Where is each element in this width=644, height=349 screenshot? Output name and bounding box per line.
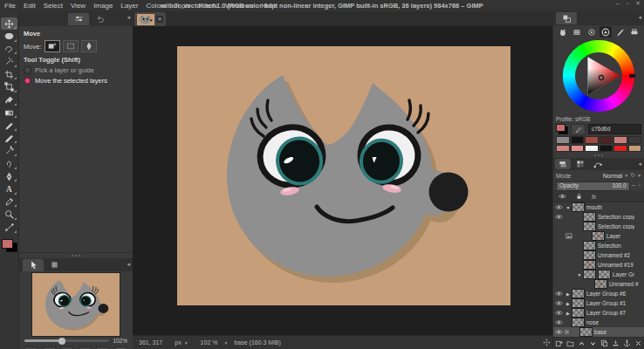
color-dock-menu-button[interactable]: ◂ [638,14,641,21]
tool-smudge[interactable] [1,158,17,170]
zoom-slider-knob[interactable] [58,338,65,345]
history-swatch[interactable] [571,145,585,153]
selector-wheel-icon[interactable] [599,26,612,38]
mode-value[interactable]: Normal [603,173,623,179]
history-swatch[interactable] [585,136,599,144]
dock-tab-tool-options[interactable] [68,13,89,25]
unit-dropdown[interactable]: px▼ [168,339,194,346]
new-layer-button[interactable] [553,338,565,349]
zoom-dropdown[interactable]: 102 % [195,339,224,346]
layer-row[interactable]: ▼mouth [553,202,644,212]
canvas-viewport[interactable] [133,26,552,335]
tool-zoom[interactable] [1,209,17,221]
layer-row[interactable]: Selection [553,241,644,250]
selector-watercolor-icon[interactable] [586,26,598,38]
mini-fg-bg-swatch[interactable] [556,124,568,134]
layer-expander[interactable]: ▼ [576,272,583,277]
mode-options-chevron-icon[interactable]: ▼ [637,173,641,178]
new-group-button[interactable] [565,338,576,349]
menu-image[interactable]: Image [93,2,113,10]
navigation-menu-button[interactable]: ◂ [127,261,130,268]
radio-option-2[interactable]: Move the selected layers [24,77,128,85]
layer-row[interactable]: ▶Layer Group #6 [553,289,644,298]
move-type-selection[interactable] [63,40,79,52]
layer-row[interactable]: ▶Layer Group #1 [553,298,644,308]
layer-visibility-on[interactable] [553,291,565,297]
menu-view[interactable]: View [71,2,86,10]
dock-tab-colors[interactable] [556,12,577,24]
dock-tab-dialog[interactable] [44,259,65,271]
history-swatch[interactable] [613,136,627,144]
merge-down-button[interactable] [610,338,621,349]
image-tab[interactable]: ✕ [134,12,166,26]
tab-layers[interactable] [555,159,571,169]
tool-fuzzy-select[interactable] [1,56,17,68]
lower-layer-button[interactable] [587,338,599,349]
tool-gradient[interactable] [1,106,17,119]
tool-paintbrush[interactable] [1,132,17,144]
dock-menu-button[interactable]: ◂ [127,14,130,21]
opacity-increase-button[interactable]: + [637,182,641,189]
color-wheel[interactable] [553,38,644,115]
layer-row[interactable]: Unnamed #2 [553,250,644,260]
layer-visibility-on[interactable] [553,204,565,210]
saturation-triangle[interactable] [563,40,634,112]
history-swatch[interactable] [556,136,570,144]
hex-color-input[interactable]: c76d6d [588,124,641,134]
window-maximize-button[interactable]: ▫ [627,0,628,7]
layer-row[interactable]: Selection copy [553,212,644,222]
menu-edit[interactable]: Edit [24,2,36,10]
tab-channels[interactable] [572,159,588,169]
history-swatch[interactable] [585,145,599,153]
layer-visibility-on[interactable] [553,319,565,325]
zoom-slider-track[interactable] [24,339,109,342]
fx-header-icon[interactable]: fx [592,194,596,200]
layer-row[interactable]: Selection copy [553,222,644,231]
menu-file[interactable]: File [4,2,16,10]
history-swatch[interactable] [599,136,613,144]
tool-free-select[interactable] [1,43,17,55]
duplicate-layer-button[interactable] [599,338,610,349]
history-swatch[interactable] [628,145,642,153]
layer-visibility-on[interactable] [553,214,565,220]
selector-cmyk-icon[interactable] [628,26,641,38]
edit-color-button[interactable] [571,124,586,135]
tool-bucket-fill[interactable] [1,94,17,106]
fg-bg-swatch[interactable] [2,239,17,252]
tool-color-picker[interactable] [1,195,17,208]
history-swatch[interactable] [571,136,585,144]
layer-row[interactable]: fxbase [553,327,644,337]
image-tab-close-icon[interactable]: ✕ [156,16,163,23]
tool-text[interactable]: A [1,183,17,195]
selector-gimp-icon[interactable] [557,26,569,38]
selector-palette-icon[interactable] [614,26,627,38]
layer-row[interactable]: ▼Layer Gr [553,270,644,279]
window-close-button[interactable]: ✕ [635,0,641,7]
opacity-slider[interactable]: Opacity 100.0 [556,181,630,191]
mode-chevron-icon[interactable]: ▼ [624,173,628,178]
radio-option-1[interactable]: Pick a layer or guide [24,66,128,74]
dock-tab-pointer[interactable] [23,259,44,271]
history-swatch[interactable] [613,145,627,153]
layer-row[interactable]: Unnamed # [553,279,644,289]
canvas-image[interactable] [177,46,510,305]
layer-row[interactable]: nose [553,318,644,327]
move-type-path[interactable] [81,40,97,52]
layer-row[interactable]: ▶Layer Group #7 [553,308,644,318]
move-type-layer[interactable] [45,40,60,52]
tool-crop[interactable] [1,68,17,80]
history-swatch[interactable] [599,145,613,153]
layer-expander[interactable]: ▶ [565,301,572,306]
history-swatch[interactable] [628,136,642,144]
tool-transform[interactable] [1,81,17,93]
layer-row[interactable]: Layer [553,231,644,241]
foreground-color-swatch[interactable] [2,239,13,249]
history-swatch[interactable] [556,145,570,153]
layers-menu-button[interactable]: ◂ [638,161,641,168]
layer-row[interactable]: Unnamed #19 [553,260,644,270]
delete-layer-button[interactable] [633,338,644,349]
raise-layer-button[interactable] [576,338,587,349]
navigation-zoom-slider[interactable]: 102% [19,336,133,346]
menu-select[interactable]: Select [44,2,63,10]
layer-visibility-on[interactable] [553,310,565,316]
